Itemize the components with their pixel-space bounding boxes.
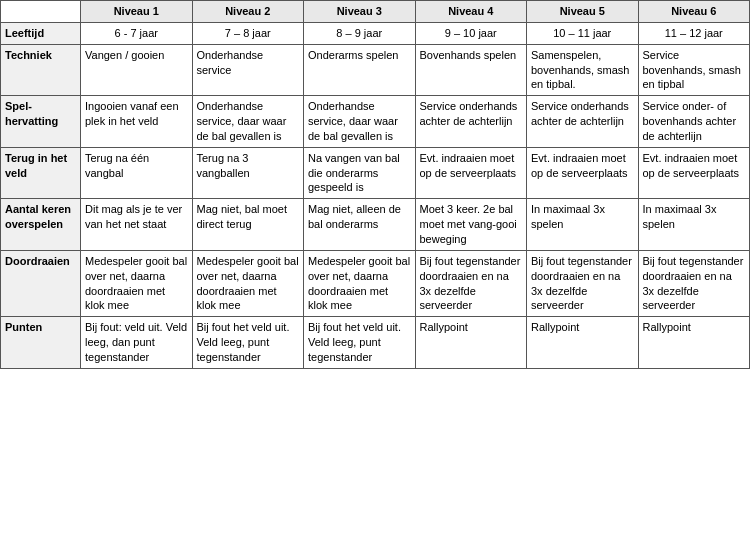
cell-5-0: Bij fout: veld uit. Veld leeg, dan punt … (81, 317, 193, 369)
row-label-1: Spel-hervatting (1, 96, 81, 148)
leeftijd-n6: 11 – 12 jaar (638, 22, 750, 44)
cell-5-2: Bij fout het veld uit. Veld leeg, punt t… (304, 317, 416, 369)
table-row: Terug in het veldTerug na één vangbalTer… (1, 147, 750, 199)
cell-1-5: Service onder- of bovenhands achter de a… (638, 96, 750, 148)
cell-4-1: Medespeler gooit bal over net, daarna do… (192, 250, 304, 316)
niveau5-header: Niveau 5 (527, 1, 639, 23)
cell-0-4: Samenspelen, bovenhands, smash en tipbal… (527, 44, 639, 96)
cell-4-5: Bij fout tegenstander doordraaien en na … (638, 250, 750, 316)
niveau6-header: Niveau 6 (638, 1, 750, 23)
cell-4-3: Bij fout tegenstander doordraaien en na … (415, 250, 527, 316)
empty-header (1, 1, 81, 23)
niveau1-header: Niveau 1 (81, 1, 193, 23)
cell-1-0: Ingooien vanaf een plek in het veld (81, 96, 193, 148)
row-label-0: Techniek (1, 44, 81, 96)
cell-3-0: Dit mag als je te ver van het net staat (81, 199, 193, 251)
cell-5-3: Rallypoint (415, 317, 527, 369)
niveau4-header: Niveau 4 (415, 1, 527, 23)
cell-5-4: Rallypoint (527, 317, 639, 369)
cell-5-1: Bij fout het veld uit. Veld leeg, punt t… (192, 317, 304, 369)
cell-2-3: Evt. indraaien moet op de serveerplaats (415, 147, 527, 199)
cell-4-0: Medespeler gooit bal over net, daarna do… (81, 250, 193, 316)
cell-2-5: Evt. indraaien moet op de serveerplaats (638, 147, 750, 199)
table-row: PuntenBij fout: veld uit. Veld leeg, dan… (1, 317, 750, 369)
niveau2-header: Niveau 2 (192, 1, 304, 23)
cell-1-1: Onderhandse service, daar waar de bal ge… (192, 96, 304, 148)
cell-4-2: Medespeler gooit bal over net, daarna do… (304, 250, 416, 316)
cell-2-4: Evt. indraaien moet op de serveerplaats (527, 147, 639, 199)
table-row: Aantal keren overspelenDit mag als je te… (1, 199, 750, 251)
table-row: TechniekVangen / gooienOnderhandse servi… (1, 44, 750, 96)
cell-0-2: Onderarms spelen (304, 44, 416, 96)
row-label-3: Aantal keren overspelen (1, 199, 81, 251)
cell-3-3: Moet 3 keer. 2e bal moet met vang-gooi b… (415, 199, 527, 251)
table-row: DoordraaienMedespeler gooit bal over net… (1, 250, 750, 316)
cell-1-2: Onderhandse service, daar waar de bal ge… (304, 96, 416, 148)
leeftijd-n3: 8 – 9 jaar (304, 22, 416, 44)
cell-0-1: Onderhandse service (192, 44, 304, 96)
leeftijd-label: Leeftijd (1, 22, 81, 44)
row-label-4: Doordraaien (1, 250, 81, 316)
cell-0-3: Bovenhands spelen (415, 44, 527, 96)
cell-2-2: Na vangen van bal die onderarms gespeeld… (304, 147, 416, 199)
cell-4-4: Bij fout tegenstander doordraaien en na … (527, 250, 639, 316)
leeftijd-n4: 9 – 10 jaar (415, 22, 527, 44)
leeftijd-n2: 7 – 8 jaar (192, 22, 304, 44)
leeftijd-row: Leeftijd 6 - 7 jaar 7 – 8 jaar 8 – 9 jaa… (1, 22, 750, 44)
cell-1-4: Service onderhands achter de achterlijn (527, 96, 639, 148)
cell-5-5: Rallypoint (638, 317, 750, 369)
cell-3-5: In maximaal 3x spelen (638, 199, 750, 251)
cell-0-5: Service bovenhands, smash en tipbal (638, 44, 750, 96)
row-label-5: Punten (1, 317, 81, 369)
cell-1-3: Service onderhands achter de achterlijn (415, 96, 527, 148)
cell-2-1: Terug na 3 vangballen (192, 147, 304, 199)
cell-3-1: Mag niet, bal moet direct terug (192, 199, 304, 251)
cell-3-2: Mag niet, alleen de bal onderarms (304, 199, 416, 251)
leeftijd-n5: 10 – 11 jaar (527, 22, 639, 44)
cell-0-0: Vangen / gooien (81, 44, 193, 96)
column-header-row: Niveau 1 Niveau 2 Niveau 3 Niveau 4 Nive… (1, 1, 750, 23)
cell-3-4: In maximaal 3x spelen (527, 199, 639, 251)
leeftijd-n1: 6 - 7 jaar (81, 22, 193, 44)
niveau3-header: Niveau 3 (304, 1, 416, 23)
row-label-2: Terug in het veld (1, 147, 81, 199)
cell-2-0: Terug na één vangbal (81, 147, 193, 199)
table-row: Spel-hervattingIngooien vanaf een plek i… (1, 96, 750, 148)
